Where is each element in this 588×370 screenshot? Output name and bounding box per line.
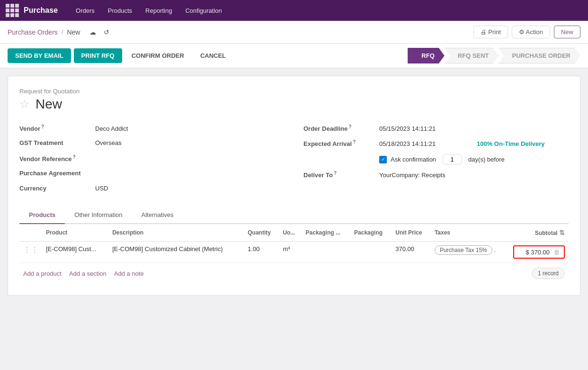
- subtotal-sort-icon[interactable]: ⇅: [559, 229, 565, 236]
- favorite-star-icon[interactable]: ☆: [19, 98, 30, 111]
- description-cell[interactable]: [E-COM98] Customized Cabinet (Metric): [108, 242, 244, 263]
- main-content: Request for Quotation ☆ New Vendor? Deco…: [0, 68, 588, 303]
- breadcrumb-right: 🖨 Print ⚙ Action New: [473, 26, 580, 38]
- nav-products[interactable]: Products: [101, 0, 139, 21]
- new-button[interactable]: New: [554, 26, 580, 38]
- col-drag: [19, 224, 42, 242]
- vendor-ref-label: Vendor Reference?: [19, 154, 95, 162]
- currency-label: Currency: [19, 185, 95, 192]
- products-table: Product Description Quantity Uo... Packa…: [19, 224, 569, 263]
- ask-confirmation-checkbox[interactable]: [379, 156, 387, 163]
- drag-handle-cell[interactable]: ⋮⋮: [19, 242, 42, 263]
- tab-products[interactable]: Products: [19, 207, 65, 224]
- nav-orders[interactable]: Orders: [69, 0, 101, 21]
- purchase-agreement-row: Purchase Agreement: [19, 167, 285, 182]
- on-time-delivery-badge: 100% On-Time Delivery: [477, 140, 569, 147]
- step-purchase-order[interactable]: PURCHASE ORDER: [498, 48, 580, 63]
- status-steps: RFQ RFQ SENT PURCHASE ORDER: [408, 48, 580, 63]
- expected-arrival-value[interactable]: 05/18/2023 14:11:21: [379, 140, 471, 147]
- packaging-cell[interactable]: [350, 242, 392, 263]
- col-product: Product: [42, 224, 108, 242]
- unit-price-cell[interactable]: 370.00: [392, 242, 431, 263]
- product-cell[interactable]: [E-COM98] Cust...: [42, 242, 108, 263]
- send-email-button[interactable]: SEND BY EMAIL: [8, 48, 71, 63]
- expected-arrival-row: Expected Arrival? 05/18/2023 14:11:21 10…: [303, 136, 569, 152]
- currency-row: Currency USD: [19, 182, 285, 197]
- cloud-upload-icon[interactable]: ☁: [88, 27, 98, 37]
- packaging-qty-cell[interactable]: [302, 242, 351, 263]
- tax-badge[interactable]: Purchase Tax 15%: [435, 245, 492, 255]
- form-card: Request for Quotation ☆ New Vendor? Deco…: [8, 76, 580, 296]
- cancel-button[interactable]: CANCEL: [194, 49, 232, 63]
- action-button[interactable]: ⚙ Action: [512, 26, 550, 38]
- drag-handle-icon[interactable]: ⋮⋮: [23, 246, 38, 254]
- nav-reporting[interactable]: Reporting: [139, 0, 178, 21]
- tabs-bar: Products Other Information Alternatives: [19, 207, 569, 224]
- step-rfq[interactable]: RFQ: [408, 48, 444, 63]
- vendor-row: Vendor? Deco Addict: [19, 121, 285, 136]
- record-count: 1 record: [532, 268, 565, 279]
- tab-other-information[interactable]: Other Information: [65, 207, 132, 224]
- gst-label: GST Treatment: [19, 139, 95, 146]
- order-deadline-value[interactable]: 05/15/2023 14:11:21: [379, 125, 569, 132]
- form-title-row: ☆ New: [19, 97, 569, 112]
- col-subtotal: Subtotal ⇅: [509, 224, 569, 242]
- col-uom: Uo...: [279, 224, 302, 242]
- col-taxes: Taxes: [431, 224, 509, 242]
- gst-row: GST Treatment Overseas: [19, 136, 285, 152]
- ask-confirmation-label: Ask confirmation: [391, 156, 436, 163]
- breadcrumb-link[interactable]: Purchase Orders: [8, 28, 58, 36]
- print-rfq-button[interactable]: PRINT RFQ: [74, 48, 122, 63]
- breadcrumb-icons: ☁ ↺: [88, 27, 111, 37]
- step-rfq-sent[interactable]: RFQ SENT: [444, 48, 499, 63]
- expected-arrival-label: Expected Arrival?: [303, 139, 379, 147]
- ask-confirmation-group: Ask confirmation 1 day(s) before: [379, 154, 505, 164]
- add-note-link[interactable]: Add a note: [114, 270, 144, 277]
- purchase-agreement-label: Purchase Agreement: [19, 170, 95, 177]
- ask-confirmation-days-input[interactable]: 1: [443, 154, 462, 164]
- col-packaging: Packaging: [350, 224, 392, 242]
- nav-configuration[interactable]: Configuration: [178, 0, 228, 21]
- form-title-text: New: [36, 97, 62, 112]
- col-description: Description: [108, 224, 244, 242]
- vendor-value[interactable]: Deco Addict: [95, 125, 285, 132]
- delete-row-icon[interactable]: 🗑: [553, 248, 560, 256]
- table-actions: Add a product Add a section Add a note 1…: [19, 263, 569, 284]
- gst-value[interactable]: Overseas: [95, 139, 285, 146]
- order-deadline-label: Order Deadline?: [303, 124, 379, 132]
- confirm-order-button[interactable]: CONFIRM ORDER: [125, 49, 191, 63]
- refresh-icon[interactable]: ↺: [102, 27, 111, 37]
- print-button[interactable]: 🖨 Print: [473, 26, 508, 38]
- breadcrumb-separator: /: [62, 28, 63, 36]
- col-unit-price: Unit Price: [392, 224, 431, 242]
- tab-alternatives[interactable]: Alternatives: [132, 207, 183, 224]
- vendor-ref-row: Vendor Reference?: [19, 152, 285, 167]
- col-quantity: Quantity: [244, 224, 279, 242]
- uom-cell[interactable]: m³: [279, 242, 302, 263]
- deliver-to-label: Deliver To?: [303, 171, 379, 179]
- action-bar: SEND BY EMAIL PRINT RFQ CONFIRM ORDER CA…: [0, 44, 588, 68]
- breadcrumb-left: Purchase Orders / New ☁ ↺: [8, 27, 111, 37]
- col-packaging-qty: Packaging ...: [302, 224, 351, 242]
- ask-confirmation-row: Ask confirmation 1 day(s) before: [303, 152, 569, 168]
- form-fields-grid: Vendor? Deco Addict GST Treatment Overse…: [19, 121, 569, 197]
- deliver-to-value[interactable]: YourCompany: Receipts: [379, 171, 569, 179]
- form-left-col: Vendor? Deco Addict GST Treatment Overse…: [19, 121, 285, 197]
- form-subtitle: Request for Quotation: [19, 88, 569, 95]
- table-header-row: Product Description Quantity Uo... Packa…: [19, 224, 569, 242]
- subtotal-cell: $ 370.00 🗑: [509, 242, 569, 263]
- deliver-to-row: Deliver To? YourCompany: Receipts: [303, 168, 569, 183]
- add-product-link[interactable]: Add a product: [23, 270, 62, 277]
- quantity-cell[interactable]: 1.00: [244, 242, 279, 263]
- breadcrumb-current: New: [67, 28, 80, 36]
- taxes-cell[interactable]: Purchase Tax 15% .: [431, 242, 509, 263]
- app-title: Purchase: [24, 6, 58, 15]
- order-deadline-row: Order Deadline? 05/15/2023 14:11:21: [303, 121, 569, 136]
- app-grid-icon[interactable]: [6, 4, 19, 17]
- vendor-label: Vendor?: [19, 124, 95, 132]
- currency-value[interactable]: USD: [95, 185, 285, 192]
- top-navigation: Purchase Orders Products Reporting Confi…: [0, 0, 588, 21]
- days-before-label: day(s) before: [468, 156, 505, 163]
- add-section-link[interactable]: Add a section: [69, 270, 107, 277]
- subtotal-value-container: $ 370.00 🗑: [513, 245, 565, 259]
